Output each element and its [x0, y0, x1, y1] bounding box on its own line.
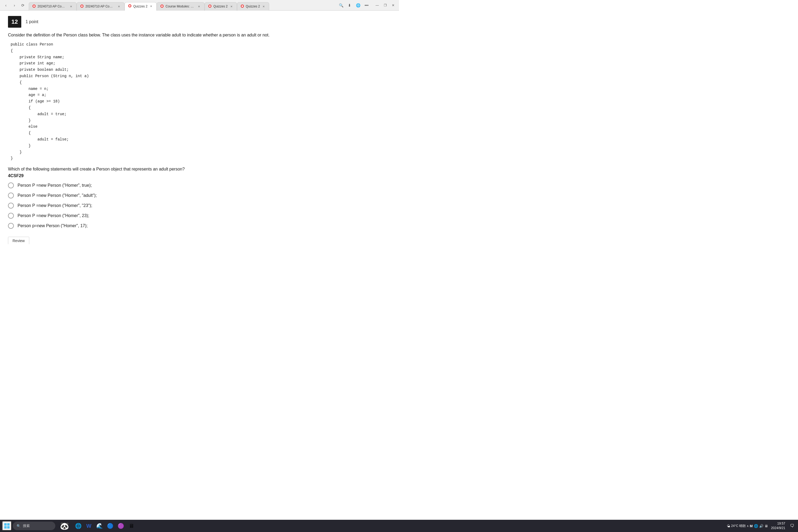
- answer-text-A: Person P =new Person ("Homer", true);: [18, 183, 92, 188]
- search-button[interactable]: 🔍: [337, 2, 345, 9]
- radio-A[interactable]: [8, 183, 14, 188]
- tab-label-tab1: 20240710 AP Computer: [38, 4, 67, 8]
- answer-text-E: Person p=new Person ("Homer", 17);: [18, 224, 88, 228]
- browser-actions: 🔍 ⬇ 🌐 •••: [337, 2, 370, 9]
- restore-button[interactable]: ❐: [381, 2, 389, 9]
- question-number: 12: [8, 16, 21, 28]
- tab-favicon-tab6: [241, 4, 244, 9]
- svg-point-11: [242, 5, 243, 7]
- code-block: public class Person { private String nam…: [8, 41, 391, 162]
- minimize-button[interactable]: —: [374, 2, 381, 9]
- tab-close-tab5[interactable]: ✕: [229, 4, 233, 8]
- close-button[interactable]: ✕: [390, 2, 397, 9]
- svg-point-9: [209, 5, 211, 7]
- question-description: Consider the definition of the Person cl…: [8, 32, 391, 38]
- radio-D[interactable]: [8, 213, 14, 218]
- answer-text-B: Person P =new Person ("Homer", "adult");: [18, 193, 97, 198]
- answer-text-C: Person P =new Person ("Homer", "23");: [18, 203, 92, 208]
- page-content: 12 1 point Consider the definition of th…: [0, 11, 399, 244]
- svg-point-3: [81, 5, 83, 7]
- tab-label-tab2: 20240710 AP Computer: [86, 4, 115, 8]
- tab-close-tab1[interactable]: ✕: [69, 4, 73, 8]
- question-subtext: Which of the following statements will c…: [8, 166, 391, 172]
- answer-choice-A[interactable]: Person P =new Person ("Homer", true);: [8, 183, 391, 188]
- svg-point-7: [161, 5, 163, 7]
- answer-choice-C[interactable]: Person P =new Person ("Homer", "23");: [8, 203, 391, 209]
- nav-buttons: ‹ › ⟳: [2, 2, 26, 9]
- tab-favicon-tab3: [128, 4, 132, 8]
- tab-close-tab2[interactable]: ✕: [117, 4, 121, 8]
- global-button[interactable]: 🌐: [354, 2, 362, 9]
- tab-favicon-tab4: [160, 4, 164, 9]
- tab-favicon-tab1: [32, 4, 36, 9]
- tab-tab4[interactable]: Course Modules: 202407✕: [157, 2, 205, 11]
- tab-tab6[interactable]: Quizzes 2✕: [237, 2, 269, 11]
- tab-close-tab3[interactable]: ✕: [149, 4, 153, 8]
- tab-favicon-tab2: [80, 4, 84, 9]
- more-button[interactable]: •••: [363, 2, 370, 9]
- question-code-ref: 4CSF29: [8, 173, 391, 178]
- question-points: 1 point: [25, 19, 38, 24]
- tab-label-tab4: Course Modules: 202407: [166, 4, 195, 8]
- review-button[interactable]: Review: [8, 237, 29, 244]
- tab-tab5[interactable]: Quizzes 2✕: [205, 2, 237, 11]
- tab-close-tab4[interactable]: ✕: [197, 4, 201, 8]
- forward-button[interactable]: ›: [11, 2, 18, 9]
- reload-button[interactable]: ⟳: [19, 2, 26, 9]
- win-controls: — ❐ ✕: [374, 2, 397, 9]
- browser-chrome: ‹ › ⟳ 20240710 AP Computer✕20240710 AP C…: [0, 0, 399, 11]
- answer-choices: Person P =new Person ("Homer", true);Per…: [8, 183, 391, 229]
- tab-label-tab3: Quizzes 2: [133, 4, 147, 8]
- radio-E[interactable]: [8, 223, 14, 229]
- tabs-container: 20240710 AP Computer✕20240710 AP Compute…: [29, 0, 335, 11]
- tab-label-tab6: Quizzes 2: [246, 4, 260, 8]
- svg-point-5: [129, 5, 131, 7]
- answer-text-D: Person P =new Person ("Homer", 23);: [18, 213, 89, 218]
- answer-choice-B[interactable]: Person P =new Person ("Homer", "adult");: [8, 193, 391, 198]
- tab-close-tab6[interactable]: ✕: [262, 4, 266, 8]
- tab-tab1[interactable]: 20240710 AP Computer✕: [29, 2, 77, 11]
- tab-favicon-tab5: [208, 4, 212, 9]
- question-header: 12 1 point: [8, 16, 391, 28]
- back-button[interactable]: ‹: [2, 2, 10, 9]
- download-button[interactable]: ⬇: [346, 2, 353, 9]
- radio-C[interactable]: [8, 203, 14, 209]
- tab-label-tab5: Quizzes 2: [213, 4, 227, 8]
- tab-tab3[interactable]: Quizzes 2✕: [125, 2, 157, 11]
- answer-choice-E[interactable]: Person p=new Person ("Homer", 17);: [8, 223, 391, 229]
- bottom-actions: Review: [8, 237, 391, 244]
- svg-point-1: [33, 5, 35, 7]
- answer-choice-D[interactable]: Person P =new Person ("Homer", 23);: [8, 213, 391, 218]
- radio-B[interactable]: [8, 193, 14, 198]
- tab-tab2[interactable]: 20240710 AP Computer✕: [77, 2, 125, 11]
